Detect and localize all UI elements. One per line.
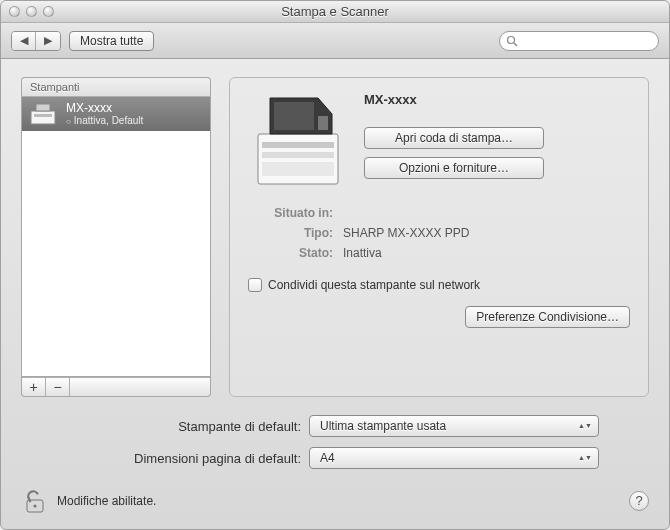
svg-rect-10 <box>318 116 328 130</box>
chevron-updown-icon: ▲▼ <box>578 455 592 461</box>
list-item-name: MX-xxxx <box>66 101 143 115</box>
forward-button[interactable]: ▶ <box>36 32 60 50</box>
list-footer: + − <box>21 377 211 397</box>
default-paper-value: A4 <box>320 451 335 465</box>
lock-text: Modifiche abilitate. <box>57 494 156 508</box>
type-value: SHARP MX-XXXX PPD <box>343 226 630 240</box>
share-checkbox[interactable] <box>248 278 262 292</box>
svg-rect-7 <box>262 152 334 158</box>
svg-rect-5 <box>258 134 338 184</box>
panels: Stampanti MX-xxxx Inattiva, Default <box>21 77 649 397</box>
zoom-button[interactable] <box>43 6 54 17</box>
list-item-texts: MX-xxxx Inattiva, Default <box>66 101 143 127</box>
svg-point-12 <box>33 504 36 507</box>
sharing-prefs-row: Preferenze Condivisione… <box>248 306 630 328</box>
default-printer-popup[interactable]: Ultima stampante usata ▲▼ <box>309 415 599 437</box>
sharing-prefs-button[interactable]: Preferenze Condivisione… <box>465 306 630 328</box>
type-label: Tipo: <box>248 226 343 240</box>
svg-rect-2 <box>31 111 55 124</box>
nav-segmented: ◀ ▶ <box>11 31 61 51</box>
options-supplies-button[interactable]: Opzioni e forniture… <box>364 157 544 179</box>
printers-list[interactable]: MX-xxxx Inattiva, Default <box>21 97 211 377</box>
svg-line-1 <box>514 43 517 46</box>
defaults-section: Stampante di default: Ultima stampante u… <box>21 415 649 469</box>
sidebar-header: Stampanti <box>21 77 211 97</box>
svg-point-0 <box>508 36 515 43</box>
traffic-lights <box>9 6 54 17</box>
list-item-status: Inattiva, Default <box>66 115 143 127</box>
location-label: Situato in: <box>248 206 343 220</box>
footer: Modifiche abilitate. ? <box>1 479 669 529</box>
lock-icon[interactable] <box>21 487 49 515</box>
default-paper-popup[interactable]: A4 ▲▼ <box>309 447 599 469</box>
detail-top: MX-xxxx Apri coda di stampa… Opzioni e f… <box>248 92 630 192</box>
svg-rect-4 <box>34 114 52 117</box>
help-button[interactable]: ? <box>629 491 649 511</box>
back-button[interactable]: ◀ <box>12 32 36 50</box>
chevron-updown-icon: ▲▼ <box>578 423 592 429</box>
printer-image <box>248 92 348 192</box>
search-field[interactable] <box>499 31 659 51</box>
minimize-button[interactable] <box>26 6 37 17</box>
show-all-button[interactable]: Mostra tutte <box>69 31 154 51</box>
window-title: Stampa e Scanner <box>1 4 669 19</box>
svg-rect-6 <box>262 142 334 148</box>
prefpane-window: Stampa e Scanner ◀ ▶ Mostra tutte Stampa… <box>0 0 670 530</box>
list-item[interactable]: MX-xxxx Inattiva, Default <box>22 97 210 131</box>
svg-rect-3 <box>36 104 50 111</box>
default-printer-label: Stampante di default: <box>21 419 301 434</box>
svg-rect-8 <box>262 162 334 176</box>
printer-detail-panel: MX-xxxx Apri coda di stampa… Opzioni e f… <box>229 77 649 397</box>
default-paper-label: Dimensioni pagina di default: <box>21 451 301 466</box>
state-label: Stato: <box>248 246 343 260</box>
default-printer-value: Ultima stampante usata <box>320 419 446 433</box>
share-row: Condividi questa stampante sul network <box>248 278 630 292</box>
remove-printer-button[interactable]: − <box>46 378 70 396</box>
location-value <box>343 206 630 220</box>
open-queue-button[interactable]: Apri coda di stampa… <box>364 127 544 149</box>
search-icon <box>506 35 518 47</box>
search-input[interactable] <box>522 35 652 47</box>
add-printer-button[interactable]: + <box>22 378 46 396</box>
printer-meta: Situato in: Tipo: SHARP MX-XXXX PPD Stat… <box>248 206 630 260</box>
svg-rect-9 <box>274 102 314 130</box>
toolbar: ◀ ▶ Mostra tutte <box>1 23 669 59</box>
state-value: Inattiva <box>343 246 630 260</box>
share-label: Condividi questa stampante sul network <box>268 278 480 292</box>
printer-icon <box>28 101 58 127</box>
printers-sidebar: Stampanti MX-xxxx Inattiva, Default <box>21 77 211 397</box>
printer-name: MX-xxxx <box>364 92 630 107</box>
close-button[interactable] <box>9 6 20 17</box>
content: Stampanti MX-xxxx Inattiva, Default <box>1 59 669 479</box>
titlebar: Stampa e Scanner <box>1 1 669 23</box>
detail-right: MX-xxxx Apri coda di stampa… Opzioni e f… <box>364 92 630 192</box>
